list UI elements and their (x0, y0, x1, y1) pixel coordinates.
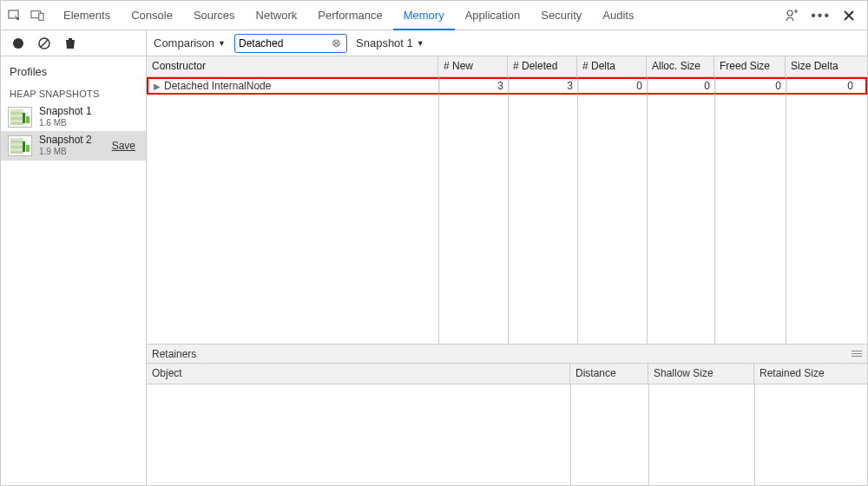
class-filter-input[interactable]: ⊗ (234, 34, 347, 53)
cell-size-delta: 0 (787, 79, 858, 93)
tab-console[interactable]: Console (121, 1, 183, 30)
col-constructor[interactable]: Constructor (147, 56, 438, 76)
cell-delta: 0 (579, 79, 648, 93)
col-delta[interactable]: # Delta (577, 56, 647, 76)
col-retained-size[interactable]: Retained Size (754, 364, 867, 384)
col-deleted[interactable]: # Deleted (508, 56, 577, 76)
col-freed-size[interactable]: Freed Size (714, 56, 786, 76)
tab-security[interactable]: Security (530, 1, 592, 30)
tab-application[interactable]: Application (455, 1, 531, 30)
cell-alloc: 0 (648, 79, 716, 93)
cell-freed: 0 (716, 79, 787, 93)
clear-filter-icon[interactable]: ⊗ (330, 36, 343, 49)
devtools-window: ElementsConsoleSourcesNetworkPerformance… (0, 0, 868, 486)
chevron-down-icon: ▼ (218, 39, 226, 48)
close-devtools-icon[interactable] (843, 10, 855, 22)
profiles-toolbar (1, 30, 146, 56)
cell-deleted: 3 (510, 79, 579, 93)
retainers-menu-icon[interactable] (852, 351, 862, 357)
snapshot-title: Snapshot 2 (39, 135, 105, 147)
profiles-title: Profiles (1, 56, 146, 83)
snapshot-save-link[interactable]: Save (112, 140, 139, 152)
tab-memory[interactable]: Memory (393, 1, 455, 30)
col-object[interactable]: Object (147, 364, 570, 384)
snapshot-item[interactable]: Snapshot 1 1.6 MB (1, 102, 146, 131)
profiles-sidebar: Profiles HEAP SNAPSHOTS Snapshot 1 1.6 M… (1, 30, 147, 485)
col-shallow-size[interactable]: Shallow Size (648, 364, 754, 384)
snapshot-title: Snapshot 1 (39, 106, 139, 118)
heap-snapshots-label: HEAP SNAPSHOTS (1, 83, 146, 102)
tab-sources[interactable]: Sources (183, 1, 246, 30)
view-dropdown-label: Comparison (154, 36, 214, 49)
col-distance[interactable]: Distance (570, 364, 648, 384)
col-size-delta[interactable]: Size Delta (786, 56, 857, 76)
snapshot-thumb-icon (8, 107, 32, 128)
snapshot-thumb-icon (8, 135, 32, 156)
svg-rect-2 (39, 13, 43, 20)
feedback-icon[interactable] (785, 9, 799, 23)
snapshot-size: 1.9 MB (39, 147, 105, 157)
comparison-toolbar: Comparison ▼ ⊗ Snapshot 1 ▼ (147, 30, 867, 56)
heap-table-header: Constructor # New # Deleted # Delta Allo… (147, 56, 867, 77)
main-tabstrip: ElementsConsoleSourcesNetworkPerformance… (1, 1, 867, 30)
col-alloc-size[interactable]: Alloc. Size (647, 56, 714, 76)
view-dropdown[interactable]: Comparison ▼ (154, 36, 226, 49)
retainers-header: Object Distance Shallow Size Retained Si… (147, 364, 867, 384)
base-snapshot-label: Snapshot 1 (356, 36, 413, 49)
memory-main-panel: Comparison ▼ ⊗ Snapshot 1 ▼ Constructor … (147, 30, 867, 485)
table-row[interactable]: ▶Detached InternalNode 3 3 0 0 0 0 (147, 77, 867, 95)
cell-new: 3 (440, 79, 510, 93)
heap-diff-table: Constructor # New # Deleted # Delta Allo… (147, 56, 867, 345)
base-snapshot-dropdown[interactable]: Snapshot 1 ▼ (356, 36, 424, 49)
snapshot-size: 1.6 MB (39, 118, 139, 128)
svg-point-4 (13, 38, 23, 49)
svg-point-3 (787, 10, 792, 16)
tab-network[interactable]: Network (246, 1, 308, 30)
tab-elements[interactable]: Elements (53, 1, 121, 30)
retainers-body (147, 384, 867, 485)
inspect-element-icon[interactable] (8, 9, 22, 23)
tab-performance[interactable]: Performance (307, 1, 392, 30)
retainers-title-bar: Retainers (147, 345, 867, 364)
clear-icon[interactable] (37, 36, 51, 50)
more-menu-icon[interactable]: ••• (811, 8, 831, 23)
tab-audits[interactable]: Audits (592, 1, 644, 30)
snapshot-item[interactable]: Snapshot 2 1.9 MB Save (1, 131, 146, 160)
chevron-down-icon: ▼ (417, 39, 424, 48)
class-filter-field[interactable] (239, 37, 330, 49)
device-toolbar-icon[interactable] (30, 9, 44, 23)
record-icon[interactable] (11, 36, 25, 50)
retainers-title: Retainers (152, 348, 196, 360)
cell-constructor: ▶Detached InternalNode (148, 79, 440, 93)
delete-icon[interactable] (63, 36, 77, 50)
col-new[interactable]: # New (438, 56, 508, 76)
expand-icon[interactable]: ▶ (154, 82, 161, 91)
